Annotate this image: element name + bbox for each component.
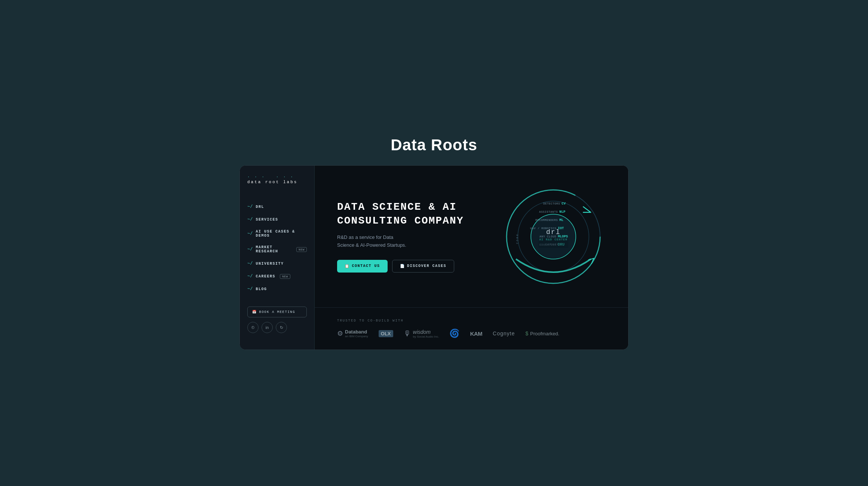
- nav-arrow-blog: ~/: [247, 286, 253, 292]
- contact-icon: 📋: [345, 264, 350, 268]
- linkedin-button[interactable]: in: [262, 322, 273, 333]
- svg-text:CORE: CORE: [516, 233, 519, 244]
- nav-label-ai: AI USE CASES & DEMOS: [256, 230, 307, 238]
- page-title: Data Roots: [391, 136, 477, 154]
- sidebar-item-blog[interactable]: ~/ BLOG: [240, 283, 314, 295]
- social-icons: © in ↻: [247, 322, 307, 333]
- svg-text:ML: ML: [559, 218, 563, 222]
- nav-label-careers: CAREERS: [256, 274, 275, 279]
- badge-new-market: NEW: [296, 247, 307, 252]
- badge-new-careers: NEW: [280, 274, 290, 279]
- hero-text: DATA SCIENCE & AI CONSULTING COMPANY R&D…: [337, 200, 479, 272]
- hero-title-line1: DATA SCIENCE & AI: [337, 201, 457, 213]
- olx-text: OLX: [379, 330, 393, 337]
- swirl-icon: 🌀: [449, 329, 459, 338]
- databand-icon: ⚙: [337, 329, 343, 338]
- nav-label-market: MARKET RESEARCH: [256, 245, 292, 253]
- main-content: DATA SCIENCE & AI CONSULTING COMPANY R&D…: [315, 166, 628, 350]
- svg-text:CV: CV: [562, 202, 566, 206]
- calendar-icon: 📅: [252, 310, 257, 314]
- logo-area: · · · · · · data root labs: [240, 175, 314, 197]
- wisdom-icon: 🎙: [404, 329, 411, 338]
- logo-swirl: 🌀: [449, 329, 459, 338]
- nav-arrow-services: ~/: [247, 217, 253, 222]
- discover-cases-button[interactable]: 📄 DISCOVER CASES: [392, 260, 455, 273]
- book-meeting-button[interactable]: 📅 BOOK A MEETING: [247, 307, 307, 317]
- logo-olx: OLX: [379, 330, 393, 337]
- sidebar-item-ai-use-cases[interactable]: ~/ AI USE CASES & DEMOS: [240, 226, 314, 242]
- hero-subtitle-line2: Science & AI-Powered Startups.: [337, 242, 406, 248]
- contact-label: CONTACT US: [352, 264, 380, 268]
- svg-text:ASSISTANTS: ASSISTANTS: [539, 210, 558, 213]
- sidebar-item-careers[interactable]: ~/ CAREERS NEW: [240, 270, 314, 283]
- proof-icon: $: [525, 330, 528, 336]
- logo-proofmarked: $ Proofmarked.: [525, 330, 559, 336]
- github-button[interactable]: ↻: [276, 322, 287, 333]
- nav-arrow-careers: ~/: [247, 274, 253, 279]
- book-meeting-label: BOOK A MEETING: [259, 310, 296, 314]
- discover-icon: 📄: [400, 264, 405, 268]
- browser-window: · · · · · · data root labs ~/ DRL ~/ SER…: [239, 165, 629, 350]
- hero-subtitle-line1: R&D as a service for Data: [337, 234, 393, 240]
- kam-text: KAM: [470, 330, 482, 337]
- logo-text: data root labs: [247, 179, 307, 186]
- nav-arrow-university: ~/: [247, 261, 253, 266]
- nav-label-blog: BLOG: [256, 287, 267, 291]
- discover-label: DISCOVER CASES: [407, 264, 446, 268]
- trusted-logos: ⚙ Databand an IBM Company OLX 🎙 wisdom b…: [337, 329, 606, 338]
- trusted-label: TRUSTED TO CO-BUILD WITH: [337, 319, 606, 323]
- nav-arrow-market: ~/: [247, 247, 253, 252]
- nav-label-university: UNIVERSITY: [256, 262, 284, 266]
- contact-us-button[interactable]: 📋 CONTACT US: [337, 260, 388, 273]
- sidebar-item-market-research[interactable]: ~/ MARKET RESEARCH NEW: [240, 242, 314, 257]
- logo-databand: ⚙ Databand an IBM Company: [337, 329, 368, 338]
- hero-title: DATA SCIENCE & AI CONSULTING COMPANY: [337, 200, 479, 228]
- sidebar-item-services[interactable]: ~/ SERVICES: [240, 213, 314, 226]
- cognyte-text: Cognyte: [493, 330, 515, 336]
- svg-text:drl: drl: [546, 228, 560, 236]
- proofmarked-text: Proofmarked.: [530, 331, 559, 336]
- nav-arrow-drl: ~/: [247, 204, 253, 209]
- svg-text:DETECTORS: DETECTORS: [543, 202, 560, 205]
- nav-arrow-ai: ~/: [247, 231, 253, 236]
- sidebar-bottom: 📅 BOOK A MEETING © in ↻: [240, 299, 314, 341]
- logo-kam: KAM: [470, 330, 482, 337]
- logo-cognyte: Cognyte: [493, 330, 515, 336]
- trusted-section: TRUSTED TO CO-BUILD WITH ⚙ Databand an I…: [315, 307, 628, 350]
- hero-title-line2: CONSULTING COMPANY: [337, 215, 464, 227]
- sidebar-item-drl[interactable]: ~/ DRL: [240, 200, 314, 213]
- svg-rect-21: [538, 239, 568, 248]
- sidebar: · · · · · · data root labs ~/ DRL ~/ SER…: [240, 166, 315, 350]
- nav-items: ~/ DRL ~/ SERVICES ~/ AI USE CASES & DEM…: [240, 197, 314, 299]
- svg-text:RECOMMENDERS: RECOMMENDERS: [535, 219, 558, 222]
- diagram-svg: CORE CORE DETECTORS CV ASSISTANTS NLP RE…: [501, 184, 606, 289]
- hero-section: DATA SCIENCE & AI CONSULTING COMPANY R&D…: [315, 166, 628, 308]
- logo-dots: · · · · · ·: [247, 175, 307, 179]
- nav-label-services: SERVICES: [256, 218, 278, 222]
- hero-subtitle: R&D as a service for Data Science & AI-P…: [337, 234, 479, 249]
- copyright-button[interactable]: ©: [247, 322, 259, 333]
- nav-label-drl: DRL: [256, 205, 264, 209]
- hero-buttons: 📋 CONTACT US 📄 DISCOVER CASES: [337, 260, 479, 273]
- logo-wisdom: 🎙 wisdom by Social Audio Inc.: [404, 329, 439, 338]
- hero-diagram: CORE CORE DETECTORS CV ASSISTANTS NLP RE…: [501, 184, 606, 289]
- sidebar-item-university[interactable]: ~/ UNIVERSITY: [240, 257, 314, 270]
- svg-text:NLP: NLP: [559, 210, 566, 214]
